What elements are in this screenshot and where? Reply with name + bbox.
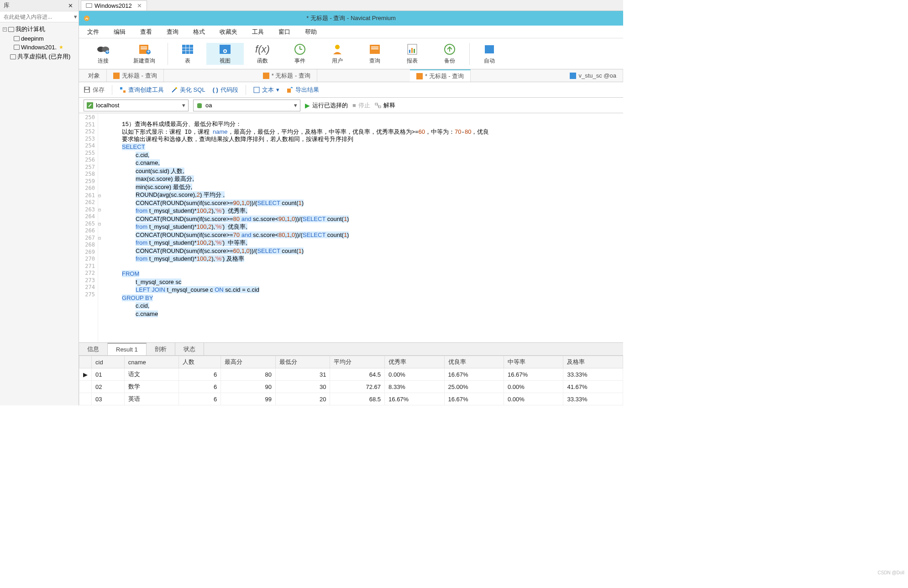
grid-header[interactable]: cid [92,356,125,368]
svg-rect-29 [409,50,410,53]
menu-view[interactable]: 查看 [140,28,152,36]
grid-header[interactable]: 及格率 [563,356,623,368]
result-tab-info[interactable]: 信息 [79,343,108,355]
db-combo[interactable]: oa▾ [193,100,300,111]
explain-button[interactable]: 解释 [375,101,395,110]
menu-bar: 文件 编辑 查看 查询 格式 收藏夹 工具 窗口 帮助 [79,26,623,38]
svg-text:+: + [147,48,150,55]
code-editor[interactable]: 250 251 252 253 254 255 256 257 258 259 … [79,113,623,342]
svg-rect-26 [371,47,378,47]
result-grid[interactable]: cidcname人数最高分最低分平均分优秀率优良率中等率及格率 ▶01语文680… [79,355,623,405]
table-row[interactable]: 03英语6992068.516.67%16.67%0.00%33.33% [79,393,623,405]
grid-header[interactable]: 平均分 [330,356,385,368]
vm-tab-bar: Windows2012 ✕ [79,0,623,11]
grid-header[interactable]: 最低分 [275,356,330,368]
tool-view[interactable]: 视图 [206,43,244,65]
view-icon [219,44,231,55]
tree-root[interactable]: − 我的计算机 [1,24,78,34]
report-icon [407,43,418,55]
grid-header[interactable]: 优良率 [444,356,504,368]
svg-rect-10 [141,48,147,49]
result-tab-bar: 信息 Result 1 剖析 状态 [79,342,623,355]
computer-icon [8,27,14,32]
svg-text:+: + [105,48,109,55]
menu-tools[interactable]: 工具 [252,28,264,36]
menu-file[interactable]: 文件 [87,28,99,36]
database-icon [196,102,203,109]
svg-rect-33 [485,45,494,53]
plug-icon: + [96,43,110,55]
shared-icon [10,54,16,59]
menu-query[interactable]: 查询 [167,28,178,36]
tool-automation[interactable]: 自动 [471,43,508,65]
svg-point-24 [335,45,340,49]
tab-query-3-active[interactable]: * 无标题 - 查询 [410,69,471,82]
export-button[interactable]: 导出结果 [287,86,319,94]
menu-edit[interactable]: 编辑 [114,28,126,36]
stop-button[interactable]: ■停止 [352,101,370,110]
result-tab-result1[interactable]: Result 1 [108,343,147,355]
tree-item-windows[interactable]: Windows201. ★ [1,43,78,52]
table-row[interactable]: ▶01语文6803164.50.00%16.67%16.67%33.33% [79,368,623,381]
tab-query-2[interactable]: * 无标题 - 查询 [257,69,317,82]
svg-point-50 [197,106,202,108]
table-row[interactable]: 02数学6903072.678.33%25.00%0.00%41.67% [79,381,623,393]
tool-connection[interactable]: +连接 [84,43,122,65]
close-icon[interactable]: ✕ [137,2,142,9]
svg-rect-27 [371,48,378,49]
code-area[interactable]: 15）查询各科成绩最高分、最低分和平均分： 以如下形式显示：课程 ID，课程 n… [106,113,623,342]
grid-header[interactable]: 中等率 [504,356,563,368]
close-icon[interactable]: ✕ [66,2,75,9]
tool-table[interactable]: 表 [169,43,206,65]
search-input[interactable] [4,14,72,20]
grid-header[interactable]: 最高分 [221,356,276,368]
tool-query[interactable]: 查询 [356,43,394,65]
host-combo[interactable]: localhost▾ [84,100,189,111]
chevron-down-icon: ▾ [294,102,297,109]
tool-backup[interactable]: 备份 [431,43,468,65]
tab-view[interactable]: v_stu_sc @oa [563,69,623,82]
svg-rect-41 [120,87,122,89]
text-button[interactable]: 文本▾ [253,86,279,94]
result-tab-status[interactable]: 状态 [175,343,204,355]
tool-user[interactable]: 用户 [319,43,356,65]
window-title: * 无标题 - 查询 - Navicat Premium [306,14,396,22]
title-bar: * 无标题 - 查询 - Navicat Premium [79,11,623,26]
stop-icon: ■ [352,102,356,109]
tool-event[interactable]: 事件 [281,43,319,65]
snippet-button[interactable]: ( )代码段 [213,86,238,94]
auto-icon [483,44,495,55]
tool-function[interactable]: f(x)函数 [244,43,281,65]
backup-icon [444,43,456,55]
run-button[interactable]: ▶运行已选择的 [305,101,348,110]
menu-help[interactable]: 帮助 [305,28,317,36]
grid-header[interactable]: 优秀率 [385,356,444,368]
grid-header[interactable]: cname [124,356,179,368]
menu-window[interactable]: 窗口 [278,28,290,36]
menu-format[interactable]: 格式 [193,28,205,36]
vm-tab[interactable]: Windows2012 ✕ [81,0,147,10]
collapse-icon[interactable]: − [3,27,7,31]
grid-header[interactable]: 人数 [179,356,221,368]
explain-icon [375,102,381,109]
chevron-down-icon: ▾ [276,86,279,93]
query-builder-button[interactable]: 查询创建工具 [120,86,164,94]
menu-favorites[interactable]: 收藏夹 [220,28,237,36]
tree-item-shared[interactable]: 共享虚拟机 (已弃用) [1,52,78,62]
text-icon [253,87,260,93]
tab-query-1[interactable]: 无标题 - 查询 [107,69,164,82]
tree-item-deepinm[interactable]: deepinm [1,34,78,43]
plug-icon [87,102,93,109]
save-icon [84,86,90,93]
fold-column[interactable]: ⊟ ⊟ ⊟ ⊟ [98,113,106,342]
beautify-button[interactable]: 美化 SQL [171,86,205,94]
result-tab-profile[interactable]: 剖析 [147,343,175,355]
svg-rect-37 [570,73,576,79]
chevron-down-icon[interactable]: ▾ [74,13,77,20]
tab-objects[interactable]: 对象 [82,69,107,82]
save-button[interactable]: 保存 [84,86,105,94]
table-icon [181,44,194,55]
tool-new-query[interactable]: +新建查询 [122,43,167,65]
tool-report[interactable]: 报表 [394,43,431,65]
navicat-logo-icon [84,15,90,21]
